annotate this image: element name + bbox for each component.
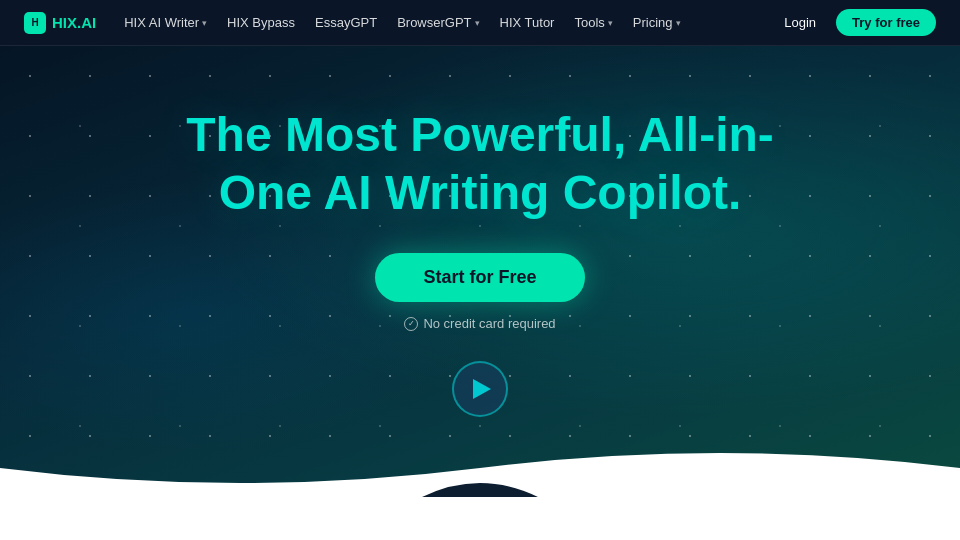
try-free-button[interactable]: Try for free	[836, 9, 936, 36]
hero-title: The Most Powerful, All-in- One AI Writin…	[186, 106, 774, 221]
play-button[interactable]	[452, 361, 508, 417]
nav-link-browsergpt[interactable]: BrowserGPT ▾	[389, 11, 487, 34]
play-circle	[452, 361, 508, 417]
check-icon: ✓	[404, 317, 418, 331]
featured-section: Discover Our Featured Products	[0, 497, 960, 540]
nav-left: H HIX.AI HIX AI Writer ▾ HIX Bypass Essa…	[24, 11, 689, 34]
logo-text: HIX.AI	[52, 14, 96, 31]
start-free-button[interactable]: Start for Free	[375, 253, 584, 302]
nav-links: HIX AI Writer ▾ HIX Bypass EssayGPT Brow…	[116, 11, 688, 34]
chevron-down-icon: ▾	[202, 18, 207, 28]
nav-link-pricing[interactable]: Pricing ▾	[625, 11, 689, 34]
hero-wave	[0, 438, 960, 497]
navbar: H HIX.AI HIX AI Writer ▾ HIX Bypass Essa…	[0, 0, 960, 46]
logo-icon: H	[24, 12, 46, 34]
chevron-down-icon: ▾	[475, 18, 480, 28]
logo[interactable]: H HIX.AI	[24, 12, 96, 34]
hero-section: The Most Powerful, All-in- One AI Writin…	[0, 46, 960, 497]
play-triangle-icon	[473, 379, 491, 399]
nav-link-hix-writer[interactable]: HIX AI Writer ▾	[116, 11, 215, 34]
nav-right: Login Try for free	[774, 9, 936, 36]
no-credit-notice: ✓ No credit card required	[404, 316, 555, 331]
chevron-down-icon: ▾	[676, 18, 681, 28]
login-button[interactable]: Login	[774, 11, 826, 34]
nav-link-hix-bypass[interactable]: HIX Bypass	[219, 11, 303, 34]
nav-link-tools[interactable]: Tools ▾	[566, 11, 620, 34]
chevron-down-icon: ▾	[608, 18, 613, 28]
nav-link-hix-tutor[interactable]: HIX Tutor	[492, 11, 563, 34]
nav-link-essaygpt[interactable]: EssayGPT	[307, 11, 385, 34]
